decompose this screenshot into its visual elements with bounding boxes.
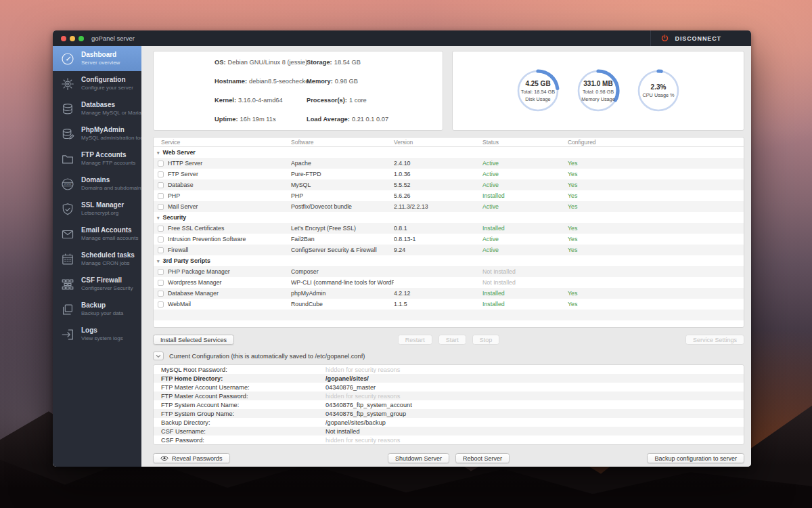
service-row-php-package-manager[interactable]: PHP Package Manager Composer Not Install… xyxy=(154,266,744,277)
service-checkbox[interactable] xyxy=(158,247,164,253)
shutdown-server-button[interactable]: Shutdown Server xyxy=(388,453,449,463)
service-checkbox[interactable] xyxy=(158,182,164,188)
sidebar-item-csf-firewall[interactable]: CSF Firewall Configserver Security xyxy=(53,272,141,297)
maximize-button[interactable] xyxy=(78,36,84,41)
chevron-down-icon xyxy=(156,354,161,358)
service-checkbox[interactable] xyxy=(158,301,164,308)
info-row-uptime: Uptime:16h 19m 11s xyxy=(215,116,307,123)
service-row-http-server[interactable]: HTTP Server Apache 2.4.10 Active Yes xyxy=(154,158,744,169)
sidebar-item-domains[interactable]: WWW Domains Domains and subdomains xyxy=(53,171,141,196)
service-row-database-manager[interactable]: Database Manager phpMyAdmin 4.2.12 Insta… xyxy=(154,288,744,299)
system-info-right: Storage:18.54 GBMemory:0.98 GBProcessor(… xyxy=(307,59,388,123)
sidebar-item-subtitle: Backup your data xyxy=(81,310,123,317)
column-header-status: Status xyxy=(482,139,568,146)
config-row-ftp-master-account-username[interactable]: FTP Master Account Username: 04340876_ma… xyxy=(154,383,744,391)
gauge-label: CPU Usage % xyxy=(642,92,674,98)
minimize-button[interactable] xyxy=(70,36,75,41)
service-configured: Yes xyxy=(568,236,744,242)
config-row-mysql-root-password[interactable]: MySQL Root Password: hidden for security… xyxy=(154,365,744,374)
collapse-configuration-button[interactable] xyxy=(153,352,164,360)
service-checkbox[interactable] xyxy=(158,204,164,210)
config-value: 04340876_master xyxy=(325,384,744,391)
service-checkbox[interactable] xyxy=(158,236,164,242)
service-checkbox[interactable] xyxy=(158,269,164,275)
gauge-value: 2.3% xyxy=(651,83,667,91)
sidebar-item-ssl-manager[interactable]: SSL Manager Letsencrypt.org xyxy=(53,196,141,221)
service-configured: Yes xyxy=(568,301,744,308)
service-configured: Yes xyxy=(568,182,744,188)
service-software: Let's Encrypt (Free SSL) xyxy=(291,225,394,232)
service-checkbox[interactable] xyxy=(158,280,164,286)
service-checkbox[interactable] xyxy=(158,291,164,297)
sidebar-item-title: Email Accounts xyxy=(81,226,139,234)
collapse-triangle-icon[interactable]: ▾ xyxy=(157,259,160,263)
service-group-3rd-party-scripts[interactable]: ▾3rd Party Scripts xyxy=(154,255,744,266)
info-row-kernel: Kernel:3.16.0-4-amd64 xyxy=(215,97,307,104)
service-software: RoundCube xyxy=(291,301,394,308)
service-row-firewall[interactable]: Firewall ConfigServer Security & Firewal… xyxy=(154,245,744,255)
firewall-grid-icon xyxy=(60,277,75,292)
backup-configuration-button[interactable]: Backup configuration to server xyxy=(647,453,744,463)
database-icon xyxy=(60,102,75,117)
install-selected-services-button[interactable]: Install Selected Services xyxy=(153,335,234,345)
sidebar-item-email-accounts[interactable]: Email Accounts Manage email accounts xyxy=(53,221,141,247)
collapse-triangle-icon[interactable]: ▾ xyxy=(157,215,160,220)
stop-button[interactable]: Stop xyxy=(472,335,500,345)
service-software: Fail2Ban xyxy=(291,236,394,242)
config-row-ftp-system-group-name[interactable]: FTP System Group Name: 04340876_ftp_syst… xyxy=(154,409,744,418)
service-checkbox[interactable] xyxy=(158,171,164,177)
cpu-usage-gauge: 2.3% CPU Usage % xyxy=(636,68,681,113)
reveal-passwords-button[interactable]: Reveal Passwords xyxy=(153,453,230,463)
gauge-label: Memory Usage xyxy=(581,96,614,102)
service-checkbox[interactable] xyxy=(158,226,164,232)
sidebar-item-phpmyadmin[interactable]: PhpMyAdmin MySQL administration tool xyxy=(53,121,141,146)
sidebar-item-title: Domains xyxy=(81,176,141,184)
service-group-web-server[interactable]: ▾Web Server xyxy=(154,147,744,158)
sidebar-item-backup[interactable]: Backup Backup your data xyxy=(53,297,141,322)
collapse-triangle-icon[interactable]: ▾ xyxy=(157,150,160,155)
gauge-value: 331.0 MB xyxy=(583,80,612,87)
sidebar-item-subtitle: Manage email accounts xyxy=(81,235,139,242)
restart-button[interactable]: Restart xyxy=(398,335,432,345)
config-row-ftp-home-directory[interactable]: FTP Home Directory: /gopanel/sites/ xyxy=(154,374,744,383)
config-row-ftp-master-account-password[interactable]: FTP Master Account Password: hidden for … xyxy=(154,391,744,400)
start-button[interactable]: Start xyxy=(438,335,466,345)
service-checkbox[interactable] xyxy=(158,161,164,167)
sidebar-item-configuration[interactable]: Configuration Configure your server xyxy=(53,71,141,96)
column-header-version: Version xyxy=(394,139,482,146)
config-row-ftp-system-account-name[interactable]: FTP System Account Name: 04340876_ftp_sy… xyxy=(154,400,744,409)
service-row-wordpress-manager[interactable]: Wordpress Manager WP-CLI (command-line t… xyxy=(154,277,744,288)
service-settings-button[interactable]: Service Settings xyxy=(685,335,744,345)
sidebar-item-subtitle: Manage MySQL or MariaDB xyxy=(81,110,141,117)
service-name: Firewall xyxy=(168,247,188,253)
services-table-body: ▾Web Server HTTP Server Apache 2.4.10 Ac… xyxy=(154,147,744,310)
service-software: Composer xyxy=(291,268,394,275)
sidebar-item-dashboard[interactable]: Dashboard Server overview xyxy=(53,46,141,71)
service-row-webmail[interactable]: WebMail RoundCube 1.1.5 Installed Yes xyxy=(154,299,744,310)
service-row-database[interactable]: Database MySQL 5.5.52 Active Yes xyxy=(154,179,744,190)
service-row-ftp-server[interactable]: FTP Server Pure-FTPD 1.0.36 Active Yes xyxy=(154,169,744,179)
service-row-mail-server[interactable]: Mail Server Postfix/Dovecot bundle 2.11.… xyxy=(154,201,744,212)
sidebar-item-scheduled-tasks[interactable]: Scheduled tasks Manage CRON jobs xyxy=(53,247,141,272)
service-name: WebMail xyxy=(168,301,191,308)
config-row-csf-username[interactable]: CSF Username: Not installed xyxy=(154,427,744,436)
current-configuration-title: Current Configuration (this is automatic… xyxy=(169,353,365,360)
sidebar-item-databases[interactable]: Databases Manage MySQL or MariaDB xyxy=(53,96,141,121)
info-row-load-average: Load Average:0.21 0.1 0.07 xyxy=(307,116,388,123)
service-group-security[interactable]: ▾Security xyxy=(154,212,744,223)
disconnect-button[interactable]: DISCONNECT xyxy=(650,30,751,46)
desktop-background: goPanel server DISCONNECT Dashboard Serv… xyxy=(0,0,812,508)
traffic-lights xyxy=(61,36,84,41)
config-row-csf-password[interactable]: CSF Password: hidden for security reason… xyxy=(154,436,744,444)
service-row-php[interactable]: PHP PHP 5.6.26 Installed Yes xyxy=(154,190,744,201)
info-row-storage: Storage:18.54 GB xyxy=(307,59,388,66)
sidebar-item-ftp-accounts[interactable]: FTP Accounts Manage FTP accounts xyxy=(53,146,141,171)
sidebar-item-logs[interactable]: Logs View system logs xyxy=(53,322,141,347)
service-checkbox[interactable] xyxy=(158,193,164,199)
service-version: 2.11.3/2.2.13 xyxy=(394,203,482,210)
service-row-intrusion-prevention-software[interactable]: Intrusion Prevention Software Fail2Ban 0… xyxy=(154,234,744,245)
service-row-free-ssl-certificates[interactable]: Free SSL Certificates Let's Encrypt (Fre… xyxy=(154,223,744,234)
reboot-server-button[interactable]: Reboot Server xyxy=(455,453,510,463)
close-button[interactable] xyxy=(61,36,66,41)
config-row-backup-directory[interactable]: Backup Directory: /gopanel/sites/backup xyxy=(154,418,744,427)
